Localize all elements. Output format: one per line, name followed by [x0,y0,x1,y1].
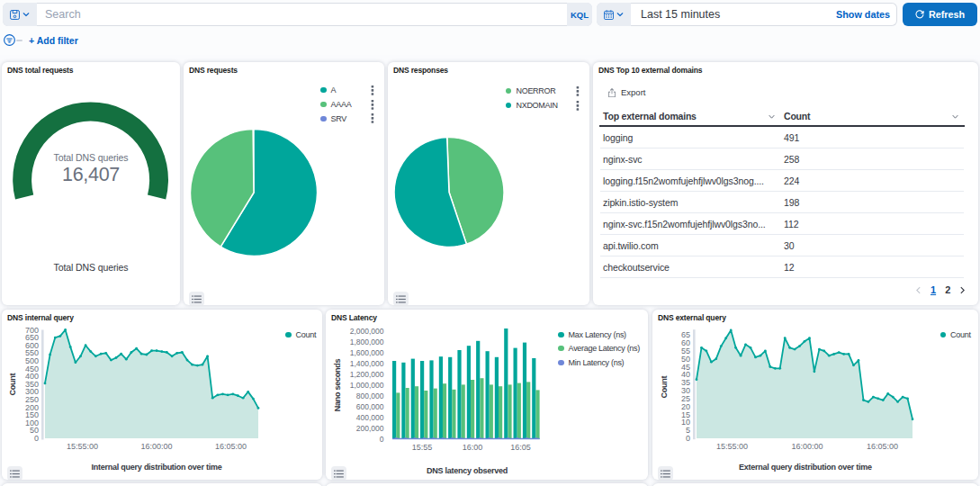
svg-text:1,800,000: 1,800,000 [350,338,384,346]
svg-text:1,400,000: 1,400,000 [350,359,384,368]
svg-text:1,000,000: 1,000,000 [350,381,384,390]
svg-text:15:55:00: 15:55:00 [67,442,98,451]
svg-text:2,000,000: 2,000,000 [350,327,384,336]
svg-text:16:00:00: 16:00:00 [140,442,172,451]
svg-text:1,200,000: 1,200,000 [350,370,384,379]
svg-text:16:05:00: 16:05:00 [867,442,898,451]
svg-text:16:00: 16:00 [463,443,483,452]
svg-text:200,000: 200,000 [356,424,384,433]
svg-text:0: 0 [34,434,39,443]
svg-text:0: 0 [380,435,384,444]
svg-text:800,000: 800,000 [356,392,384,400]
svg-text:15:55:00: 15:55:00 [716,442,748,451]
svg-text:16:00:00: 16:00:00 [791,442,823,451]
svg-text:0: 0 [686,434,690,443]
svg-text:16:05:00: 16:05:00 [215,442,247,451]
svg-text:600,000: 600,000 [356,402,384,411]
svg-text:400,000: 400,000 [356,413,384,422]
svg-text:16:05: 16:05 [510,443,531,452]
svg-text:1,600,000: 1,600,000 [350,348,384,357]
svg-text:15:55: 15:55 [412,443,433,452]
